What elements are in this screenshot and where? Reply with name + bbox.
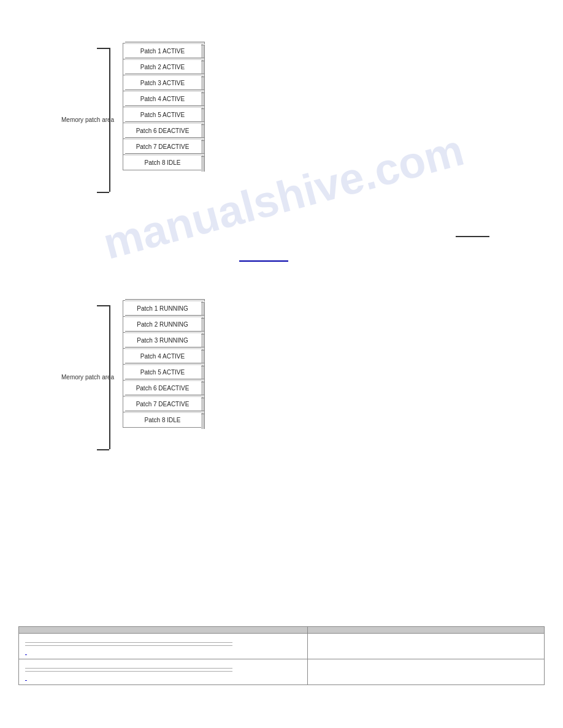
table-line-2 <box>25 645 232 646</box>
patch-item: Patch 3 RUNNING <box>123 332 202 348</box>
table-cell-4 <box>308 659 545 685</box>
table-row <box>19 634 545 659</box>
diagram2: Memory patch area Patch 1 RUNNING Patch … <box>61 300 368 460</box>
table-header-2 <box>308 627 545 634</box>
center-link <box>239 260 288 262</box>
bottom-table-container <box>18 626 545 685</box>
patch-stack-2: Patch 1 RUNNING Patch 2 RUNNING Patch 3 … <box>123 300 202 428</box>
patch-item: Patch 1 RUNNING <box>123 300 202 316</box>
patch-item: Patch 2 ACTIVE <box>123 59 202 75</box>
page: manualshive.com Memory patch area Patch … <box>0 0 563 728</box>
table-line-1 <box>25 642 232 643</box>
table-cell-1 <box>19 634 308 659</box>
patch-item: Patch 3 ACTIVE <box>123 75 202 91</box>
table-header-1 <box>19 627 308 634</box>
diagram1: Memory patch area Patch 1 ACTIVE Patch 2… <box>61 43 368 202</box>
bracket-bottom-1 <box>97 192 109 193</box>
table-row <box>19 659 545 685</box>
patch-item: Patch 5 ACTIVE <box>123 364 202 380</box>
patch-item: Patch 8 IDLE <box>123 412 202 428</box>
memory-label-1: Memory patch area <box>61 116 114 123</box>
table-cell-3 <box>19 659 308 685</box>
patch-item: Patch 2 RUNNING <box>123 316 202 332</box>
bracket-top-2 <box>97 305 109 306</box>
middle-section <box>0 218 563 297</box>
top-right-line <box>456 236 489 237</box>
patch-item: Patch 8 IDLE <box>123 154 202 170</box>
memory-label-2: Memory patch area <box>61 374 114 381</box>
table-link-2[interactable] <box>25 674 232 681</box>
bracket-bottom-2 <box>97 449 109 450</box>
patch-item: Patch 6 DEACTIVE <box>123 380 202 396</box>
patch-item: Patch 1 ACTIVE <box>123 43 202 59</box>
bracket-top-1 <box>97 48 109 49</box>
patch-item: Patch 4 ACTIVE <box>123 91 202 107</box>
table-line-3 <box>25 668 232 669</box>
patch-item: Patch 4 ACTIVE <box>123 348 202 364</box>
patch-item: Patch 7 DEACTIVE <box>123 138 202 154</box>
patch-stack-1: Patch 1 ACTIVE Patch 2 ACTIVE Patch 3 AC… <box>123 43 202 170</box>
patch-item: Patch 6 DEACTIVE <box>123 123 202 138</box>
patch-item: Patch 5 ACTIVE <box>123 107 202 123</box>
table-line-4 <box>25 671 232 672</box>
table-link-1[interactable] <box>25 648 232 655</box>
patch-item: Patch 7 DEACTIVE <box>123 396 202 412</box>
table-cell-2 <box>308 634 545 659</box>
bottom-table <box>18 626 545 685</box>
